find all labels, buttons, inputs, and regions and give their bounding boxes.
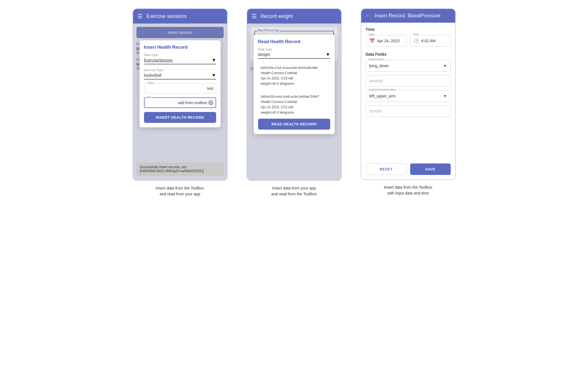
data-type-row-1[interactable]: ExerciseSession ▼ [144,58,216,64]
time-content: 🕐 6:02 AM [414,38,447,43]
measurement-location-field[interactable]: measurementLocation left_upper_arm ▼ [366,90,451,102]
screen2-menu-icon[interactable]: ☰ [252,13,257,20]
record-source-2: Health Connect Codelab [261,99,327,105]
data-type-row-2[interactable]: Weight ▼ [258,52,330,59]
data-type-value-2: Weight [258,52,270,57]
data-type-value-1: ExerciseSession [144,58,173,62]
screen3-body: Time Date 📅 Apr 24, 2023 Time 🕐 6:02 [361,23,455,179]
time-value: 6:02 AM [421,39,436,43]
systolic-field[interactable]: systolic [366,105,451,117]
popup1-title: Insert Health Record [144,45,216,50]
record-value-1: weight=40.0 kilograms [261,81,327,86]
body-position-label: bodyPosition [368,58,385,61]
screen1-caption: Insert data from the Toolbox and read fr… [156,185,204,197]
screen2-header: ☰ Record weight [247,9,341,24]
back-icon[interactable]: ← [366,13,371,19]
date-value: Apr 24, 2023 [377,39,400,43]
title-wrapper: title ✕ [144,97,216,108]
diastolic-field[interactable]: diastolic [366,75,451,87]
menu-icon[interactable]: ☰ [138,13,143,20]
body-position-value: lying_down [369,64,389,68]
measurement-location-content: left_upper_arm ▼ [369,94,447,98]
exercise-type-label: Exercise Type [144,68,216,72]
data-type-select-wrapper-1: ExerciseSession ▼ [144,58,216,64]
records-list: bd4f193e-e7a4-41aa-b1bb-50441b8cd8bf Hea… [258,63,330,119]
insert-health-record-dialog: Insert Health Record Data Type ExerciseS… [140,40,221,127]
time-field[interactable]: Time 🕐 6:02 AM [410,35,451,46]
record-item-2: 0483e193-e4c6-4cb8-a19d-3e95da733947 Hea… [258,92,330,118]
save-button[interactable]: SAVE [410,163,451,175]
exercise-type-select-wrapper: basketball ▼ [144,73,216,79]
notes-input[interactable] [147,86,214,91]
calendar-icon: 📅 [369,38,375,43]
data-type-label-1: Data Type [144,53,216,57]
read-health-record-button[interactable]: READ HEALTH RECORD [258,119,330,130]
insert-health-record-overlay: Insert Health Record Data Type ExerciseS… [133,24,227,180]
record-uid-2: 0483e193-e4c6-4cb8-a19d-3e95da733947 [261,94,327,99]
popup2-title: Read Health Record [258,39,330,44]
time-label: Time [412,33,420,36]
clock-icon: 🕐 [414,38,419,43]
data-type-arrow-2: ▼ [326,52,330,57]
date-content: 📅 Apr 24, 2023 [369,38,403,43]
screen2-caption: Insert data from your app and read from … [271,185,317,197]
time-section-label: Time [366,27,451,32]
screen2-wrapper: ☰ Record weight New Record (Kg) Add Prev… [240,8,348,197]
screen1-header: ☰ Exercise sessions [133,9,227,24]
record-source-1: Health Connect Codelab [261,71,327,76]
data-type-arrow-1: ▼ [212,58,216,63]
date-label: Date [368,33,375,36]
bottom-actions: RESET SAVE [366,163,451,175]
exercise-type-arrow: ▼ [212,73,216,78]
screen2-title: Record weight [261,13,293,19]
screen3-wrapper: ← Insert Record: BloodPressure Time Date… [355,8,462,196]
body-position-content: lying_down ▼ [369,64,447,68]
measurement-location-arrow: ▼ [443,94,447,98]
title-clear-button[interactable]: ✕ [208,100,213,105]
body-position-field[interactable]: bodyPosition lying_down ▼ [366,60,451,72]
screen1-body: Insert session 04:01:09 - 04:31:09 My Ru… [133,24,227,180]
record-date-1: Apr 24 2023, 5:53 AM [261,76,327,81]
record-item-1: bd4f193e-e7a4-41aa-b1bb-50441b8cd8bf Hea… [258,63,330,89]
record-date-2: Apr 24 2023, 5:52 AM [261,105,327,110]
record-uid-1: bd4f193e-e7a4-41aa-b1bb-50441b8cd8bf [261,65,327,71]
title-float-label: title [147,96,152,99]
notes-wrapper: notes [144,83,216,93]
title-input[interactable] [147,100,207,105]
date-field[interactable]: Date 📅 Apr 24, 2023 [366,35,407,46]
screen3-caption: Insert data from the Toolbox with input … [384,184,432,196]
measurement-location-value: left_upper_arm [369,94,396,98]
screen3-header: ← Insert Record: BloodPressure [361,9,455,23]
screen1-wrapper: ☰ Exercise sessions Insert session 04:01… [126,8,234,197]
screen3-title: Insert Record: BloodPressure [375,13,441,19]
reset-button[interactable]: RESET [366,163,407,175]
data-type-select-wrapper-2: Weight ▼ [258,52,330,59]
insert-health-record-button[interactable]: INSERT HEALTH RECORD [144,112,216,123]
datetime-row: Date 📅 Apr 24, 2023 Time 🕐 6:02 AM [366,35,451,46]
screen1-title: Exercise sessions [147,13,187,19]
phone-frame-3: ← Insert Record: BloodPressure Time Date… [361,8,456,180]
notes-float-label: notes [147,81,154,85]
record-value-2: weight=42.0 kilograms [261,110,327,115]
data-type-label-2: Data Type [258,48,330,51]
data-fields-label: Data Fields [366,52,451,57]
exercise-type-row[interactable]: basketball ▼ [144,73,216,79]
screen2-body: New Record (Kg) Add Previous Measurement… [247,24,341,180]
title-input-row: ✕ [147,100,213,105]
read-health-record-overlay: Read Health Record Data Type Weight ▼ bd… [247,24,341,180]
exercise-type-value: basketball [144,73,162,78]
measurement-location-label: measurementLocation [368,88,397,91]
body-position-arrow: ▼ [443,64,447,68]
read-health-record-dialog: Read Health Record Data Type Weight ▼ bd… [254,35,335,134]
phone-frame-2: ☰ Record weight New Record (Kg) Add Prev… [247,8,342,181]
phone-frame-1: ☰ Exercise sessions Insert session 04:01… [133,8,228,181]
